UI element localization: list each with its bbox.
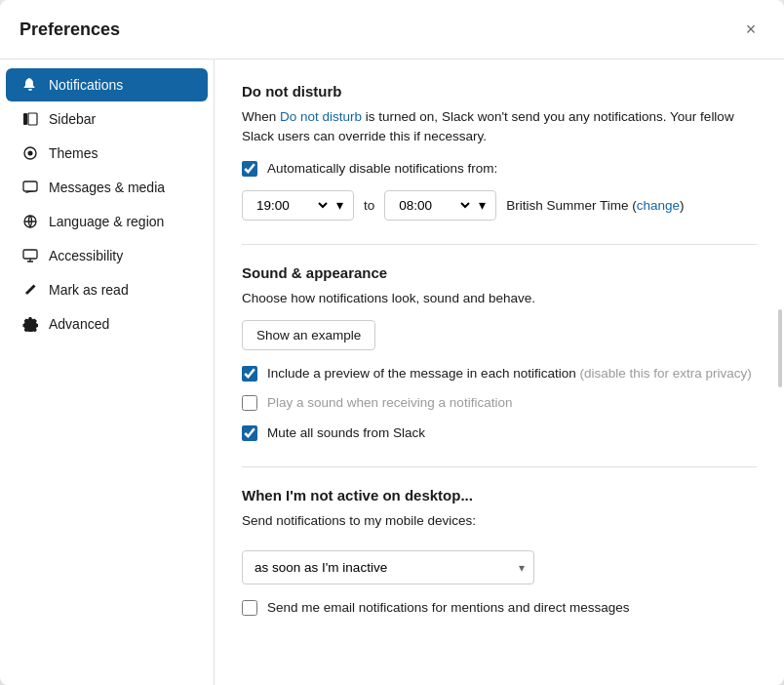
dnd-to-dropdown[interactable]: 08:00 09:00 10:00 (395, 197, 473, 214)
sidebar-item-themes[interactable]: Themes (6, 137, 208, 170)
gear-icon (21, 315, 39, 333)
divider-2 (242, 466, 757, 467)
sidebar-messages-label: Messages & media (49, 180, 165, 195)
sidebar-sidebar-label: Sidebar (49, 111, 96, 127)
email-checkbox-row: Send me email notifications for mentions… (242, 598, 757, 618)
sidebar-notifications-label: Notifications (49, 77, 123, 93)
mute-label: Mute all sounds from Slack (267, 423, 425, 443)
modal-header: Preferences × (0, 0, 784, 60)
pencil-icon (21, 281, 39, 299)
scrollbar-track[interactable] (776, 60, 784, 685)
email-checkbox[interactable] (242, 600, 257, 616)
modal-title: Preferences (20, 20, 120, 40)
sound-title: Sound & appearance (242, 264, 757, 281)
sound-label: Play a sound when receiving a notificati… (267, 393, 512, 413)
svg-rect-0 (23, 113, 27, 125)
mobile-section: When I'm not active on desktop... Send n… (242, 487, 757, 619)
divider-1 (242, 244, 757, 245)
svg-rect-1 (28, 113, 37, 125)
themes-icon (21, 144, 39, 162)
mobile-dropdown-wrapper: as soon as I'm inactive after 1 minute a… (242, 550, 534, 584)
sound-checkbox-row: Play a sound when receiving a notificati… (242, 393, 757, 413)
mute-checkbox[interactable] (242, 425, 257, 441)
sidebar-icon (21, 110, 39, 128)
dnd-title: Do not disturb (242, 83, 757, 100)
dnd-timezone-link[interactable]: change (637, 198, 680, 213)
modal-body: Notifications Sidebar (0, 60, 784, 685)
close-button[interactable]: × (737, 16, 764, 43)
sidebar-markasread-label: Mark as read (49, 282, 129, 298)
sidebar-advanced-label: Advanced (49, 316, 109, 332)
preview-label: Include a preview of the message in each… (267, 364, 752, 383)
svg-point-3 (28, 151, 33, 156)
bell-icon (21, 76, 39, 94)
dnd-link[interactable]: Do not disturb (280, 109, 362, 124)
preferences-modal: Preferences × Notifications (0, 0, 784, 685)
dnd-section: Do not disturb When Do not disturb is tu… (242, 83, 757, 221)
dnd-checkbox-label: Automatically disable notifications from… (267, 159, 497, 179)
chevron-down-icon-2: ▾ (479, 197, 486, 213)
globe-icon (21, 213, 39, 230)
sidebar-accessibility-label: Accessibility (49, 248, 123, 263)
mobile-send-label: Send notifications to my mobile devices: (242, 511, 757, 531)
dnd-to-select[interactable]: 08:00 09:00 10:00 ▾ (384, 190, 496, 221)
sidebar-item-markasread[interactable]: Mark as read (6, 273, 208, 306)
dnd-time-row: 19:00 20:00 21:00 ▾ to 08:00 09:00 10:00 (242, 190, 757, 221)
sidebar: Notifications Sidebar (0, 60, 215, 685)
sidebar-item-language[interactable]: Language & region (6, 205, 208, 238)
show-example-button[interactable]: Show an example (242, 320, 375, 350)
dnd-timezone: British Summer Time (change) (506, 198, 684, 213)
sidebar-language-label: Language & region (49, 214, 164, 229)
message-icon (21, 179, 39, 196)
sound-section: Sound & appearance Choose how notificati… (242, 264, 757, 443)
dnd-from-select[interactable]: 19:00 20:00 21:00 ▾ (242, 190, 354, 221)
sidebar-item-accessibility[interactable]: Accessibility (6, 239, 208, 272)
mute-checkbox-row: Mute all sounds from Slack (242, 423, 757, 443)
dnd-description: When Do not disturb is turned on, Slack … (242, 107, 757, 147)
email-label: Send me email notifications for mentions… (267, 598, 629, 618)
dnd-checkbox-row: Automatically disable notifications from… (242, 159, 757, 179)
mobile-dropdown[interactable]: as soon as I'm inactive after 1 minute a… (242, 550, 534, 584)
preview-checkbox[interactable] (242, 366, 257, 382)
main-content: Do not disturb When Do not disturb is tu… (215, 60, 784, 685)
sound-checkbox[interactable] (242, 395, 257, 411)
sidebar-item-messages[interactable]: Messages & media (6, 171, 208, 204)
svg-rect-4 (23, 181, 37, 191)
dnd-checkbox[interactable] (242, 161, 257, 177)
dnd-to-label: to (364, 198, 374, 213)
svg-rect-6 (23, 250, 37, 259)
sound-description: Choose how notifications look, sound and… (242, 289, 757, 308)
sidebar-themes-label: Themes (49, 145, 98, 161)
sidebar-item-notifications[interactable]: Notifications (6, 68, 208, 101)
sidebar-item-advanced[interactable]: Advanced (6, 307, 208, 341)
monitor-icon (21, 247, 39, 264)
dnd-desc-before: When (242, 109, 280, 124)
dnd-from-dropdown[interactable]: 19:00 20:00 21:00 (253, 197, 331, 214)
scrollbar-thumb (778, 309, 782, 387)
sidebar-item-sidebar[interactable]: Sidebar (6, 102, 208, 136)
mobile-title: When I'm not active on desktop... (242, 487, 757, 504)
preview-checkbox-row: Include a preview of the message in each… (242, 364, 757, 383)
chevron-down-icon: ▾ (336, 197, 343, 213)
